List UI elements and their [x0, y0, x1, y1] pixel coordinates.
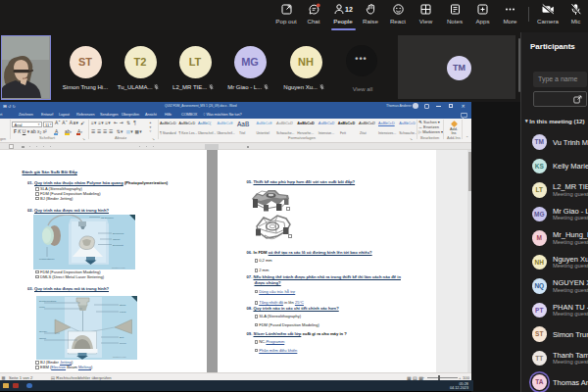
svg-text:Filamentspule: Filamentspule [39, 258, 55, 261]
svg-text:Pulver: Pulver [120, 342, 126, 345]
svg-text:Objekt: Objekt [39, 337, 46, 340]
svg-text:Druckkopf: Druckkopf [113, 232, 124, 235]
svg-text:additively.com: additively.com [113, 356, 126, 358]
svg-text:Bett: Bett [120, 336, 124, 339]
svg-text:Fokus: Fokus [120, 311, 126, 314]
svg-text:Elektronenstrahl: Elektronenstrahl [39, 300, 57, 303]
svg-text:Linse: Linse [39, 306, 45, 309]
svg-text:Druckbett: Druckbett [113, 244, 123, 247]
svg-text:additively.com: additively.com [112, 267, 125, 269]
svg-text:Strahl: Strahl [120, 304, 126, 307]
svg-text:Objekt: Objekt [113, 238, 121, 241]
svg-text:3D-Drucker: 3D-Drucker [101, 217, 114, 220]
svg-text:Spiegel: Spiegel [39, 330, 47, 333]
